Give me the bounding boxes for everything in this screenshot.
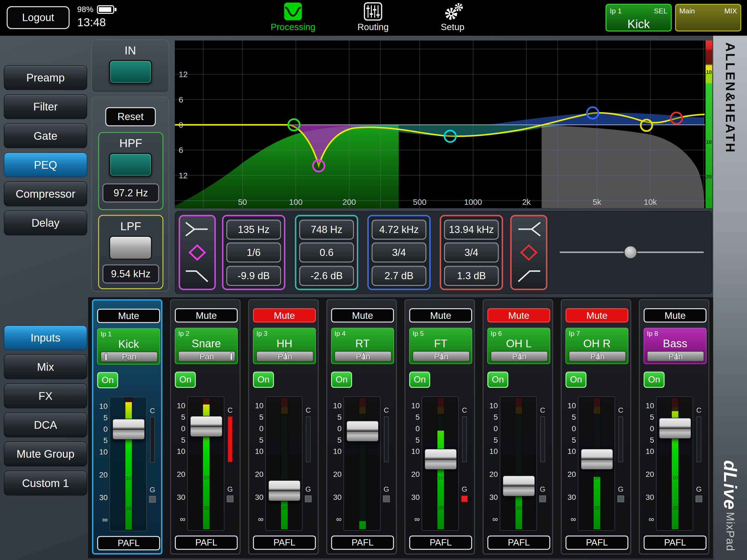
selected-channel-box[interactable]: Ip 1 SEL Kick (606, 4, 672, 31)
mute-button[interactable]: Mute (175, 308, 238, 322)
pafl-button[interactable]: PAFL (175, 535, 238, 550)
eq-band-slider[interactable] (558, 215, 705, 290)
strip-rt[interactable]: MuteIp 4RTPanOn10505102030∞1020CGPAFL (327, 299, 397, 555)
on-button[interactable]: On (97, 372, 118, 388)
fader-handle[interactable] (424, 449, 457, 470)
pan-slider[interactable]: Pan (569, 351, 626, 361)
band-2-gain[interactable]: -2.6 dB (299, 265, 354, 285)
pafl-button[interactable]: PAFL (487, 535, 550, 550)
mute-button[interactable]: Mute (565, 308, 628, 322)
on-button[interactable]: On (409, 372, 430, 388)
nav-gate[interactable]: Gate (4, 123, 87, 148)
on-button[interactable]: On (565, 372, 587, 388)
mute-button[interactable]: Mute (97, 309, 160, 323)
peq-in-button[interactable] (109, 60, 152, 84)
nav-peq[interactable]: PEQ (4, 153, 87, 177)
pan-slider[interactable]: Pan (178, 351, 235, 361)
logout-button[interactable]: Logout (6, 6, 70, 29)
on-button[interactable]: On (644, 372, 665, 388)
strip-oh-r[interactable]: MuteIp 7OH RPanOn10505102030∞1020CGPAFL (561, 299, 632, 555)
pan-slider[interactable]: Pan (256, 351, 313, 361)
hpf-frequency-value[interactable]: 97.2 Hz (103, 183, 159, 203)
band-1-width[interactable]: 1/6 (226, 243, 281, 262)
band-4-point[interactable] (671, 112, 682, 124)
channel-label[interactable]: Ip 3HHPan (253, 328, 316, 364)
band-3-gain[interactable]: 2.7 dB (371, 265, 426, 285)
bank-inputs[interactable]: Inputs (4, 325, 87, 350)
fader-handle[interactable] (581, 449, 613, 470)
band-1-gain[interactable]: -9.9 dB (226, 265, 281, 285)
channel-label[interactable]: Ip 6OH LPan (487, 328, 550, 364)
nav-delay[interactable]: Delay (4, 210, 87, 235)
fader-handle[interactable] (346, 421, 379, 441)
on-button[interactable]: On (331, 372, 352, 388)
lpf-frequency-value[interactable]: 9.54 kHz (103, 264, 159, 284)
channel-label[interactable]: Ip 2SnarePan (175, 328, 238, 364)
band-1-type-selector[interactable] (179, 215, 216, 290)
slider-knob[interactable] (624, 245, 638, 259)
pan-slider[interactable]: Pan (647, 351, 704, 361)
channel-label[interactable]: Ip 8BassPan (644, 328, 706, 364)
strip-oh-l[interactable]: MuteIp 6OH LPanOn10505102030∞1020CGPAFL (483, 299, 553, 555)
strip-bass[interactable]: MuteIp 8BassPanOn10505102030∞1020CGPAFL (639, 299, 709, 555)
band-3-point[interactable] (587, 107, 598, 119)
pan-slider[interactable]: Pan (334, 351, 391, 361)
strip-snare[interactable]: MuteIp 2SnarePanOn10505102030∞1020CGPAFL (170, 299, 241, 555)
tab-setup[interactable]: Setup (426, 2, 479, 32)
peq-reset-button[interactable]: Reset (105, 107, 156, 126)
pafl-button[interactable]: PAFL (253, 535, 316, 550)
band-2-point[interactable] (445, 130, 456, 142)
band-3-frequency[interactable]: 4.72 kHz (371, 219, 426, 239)
tab-processing[interactable]: Processing (268, 2, 318, 32)
hpf-point[interactable] (288, 119, 300, 131)
mute-button[interactable]: Mute (253, 308, 316, 322)
band-4-type-selector[interactable] (510, 215, 547, 290)
strip-ft[interactable]: MuteIp 5FTPanOn10505102030∞1020CGPAFL (404, 299, 475, 555)
bank-custom-1[interactable]: Custom 1 (4, 470, 87, 495)
band-4-frequency[interactable]: 13.94 kHz (444, 219, 499, 239)
pafl-button[interactable]: PAFL (409, 535, 472, 550)
bank-mute-group[interactable]: Mute Group (4, 441, 87, 466)
on-button[interactable]: On (175, 372, 196, 388)
nav-compressor[interactable]: Compressor (4, 182, 87, 206)
pafl-button[interactable]: PAFL (644, 535, 706, 550)
band-1-frequency[interactable]: 135 Hz (226, 219, 281, 239)
fader-handle[interactable] (503, 476, 535, 497)
band-3-width[interactable]: 3/4 (371, 243, 426, 262)
fader-handle[interactable] (659, 418, 691, 439)
bank-mix[interactable]: Mix (4, 354, 87, 379)
band-4-gain[interactable]: 1.3 dB (444, 265, 499, 285)
pan-slider[interactable]: Pan (413, 351, 470, 361)
mute-button[interactable]: Mute (331, 308, 394, 322)
fader-handle[interactable] (112, 419, 145, 440)
strip-hh[interactable]: MuteIp 3HHPanOn10505102030∞1020CGPAFL (248, 299, 319, 555)
fader-handle[interactable] (268, 480, 301, 501)
pafl-button[interactable]: PAFL (97, 536, 160, 550)
on-button[interactable]: On (487, 372, 508, 388)
pan-slider[interactable]: Pan (101, 352, 158, 362)
channel-label[interactable]: Ip 1KickPan (97, 328, 160, 364)
mute-button[interactable]: Mute (644, 308, 706, 322)
tab-routing[interactable]: Routing (345, 2, 401, 32)
pafl-button[interactable]: PAFL (565, 535, 628, 550)
band-2-frequency[interactable]: 748 Hz (299, 219, 354, 239)
pan-slider[interactable]: Pan (491, 351, 548, 361)
nav-filter[interactable]: Filter (4, 94, 87, 119)
nav-preamp[interactable]: Preamp (4, 65, 87, 90)
lpf-point[interactable] (641, 120, 652, 131)
lpf-in-button[interactable] (109, 236, 152, 259)
eq-curve-plot[interactable]: 5010020050010002k5k10k 1260612 (175, 41, 705, 208)
mix-select-box[interactable]: Main MIX (675, 4, 741, 31)
band-2-width[interactable]: 0.6 (299, 243, 354, 262)
hpf-in-button[interactable] (109, 153, 152, 177)
bank-fx[interactable]: FX (4, 384, 87, 408)
on-button[interactable]: On (253, 372, 274, 388)
channel-label[interactable]: Ip 7OH RPan (565, 328, 628, 364)
mute-button[interactable]: Mute (409, 308, 472, 322)
mute-button[interactable]: Mute (487, 308, 550, 322)
channel-label[interactable]: Ip 5FTPan (409, 328, 472, 364)
fader-handle[interactable] (190, 416, 222, 437)
pafl-button[interactable]: PAFL (331, 535, 394, 550)
bank-dca[interactable]: DCA (4, 413, 87, 437)
band-4-width[interactable]: 3/4 (444, 243, 499, 262)
